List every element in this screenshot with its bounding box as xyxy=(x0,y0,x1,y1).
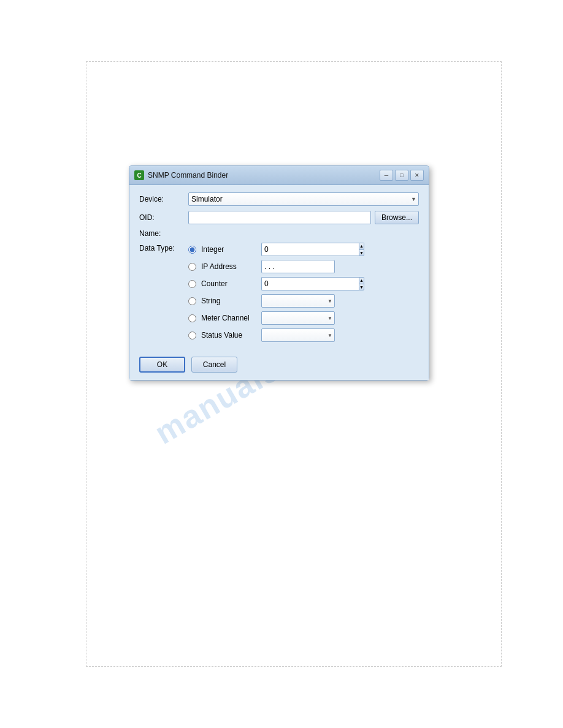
datatype-integer: Integer ▲ ▼ xyxy=(188,243,419,256)
ipaddress-radio[interactable] xyxy=(188,263,196,271)
counter-up-button[interactable]: ▲ xyxy=(359,277,364,284)
integer-label: Integer xyxy=(201,245,256,254)
counter-input[interactable] xyxy=(261,277,359,290)
dialog-titlebar: C SNMP Command Binder ─ □ ✕ xyxy=(129,166,429,185)
datatype-ipaddress: IP Address xyxy=(188,260,419,273)
device-select-wrapper: Simulator xyxy=(188,192,419,206)
meterchannel-select-wrapper xyxy=(261,311,335,325)
maximize-button[interactable]: □ xyxy=(395,170,408,181)
statusvalue-label: Status Value xyxy=(201,331,256,339)
meterchannel-label: Meter Channel xyxy=(201,314,256,322)
meterchannel-select[interactable] xyxy=(261,311,335,325)
dialog-body: Device: Simulator OID: Browse... xyxy=(129,185,429,351)
datatype-row: Data Type: Integer ▲ ▼ xyxy=(139,243,419,342)
oid-label: OID: xyxy=(139,213,188,222)
name-row: Name: xyxy=(139,229,419,238)
dialog-footer: OK Cancel xyxy=(129,351,429,380)
oid-row: OID: Browse... xyxy=(139,211,419,224)
app-icon: C xyxy=(134,170,144,180)
dialog-title: SNMP Command Binder xyxy=(148,171,228,180)
dialog-title-left: C SNMP Command Binder xyxy=(134,170,228,180)
dialog-controls: ─ □ ✕ xyxy=(380,170,424,181)
device-control: Simulator xyxy=(188,192,419,206)
name-label: Name: xyxy=(139,229,188,238)
datatype-string: String xyxy=(188,294,419,308)
datatype-label: Data Type: xyxy=(139,243,188,252)
cancel-button[interactable]: Cancel xyxy=(191,357,237,373)
integer-down-button[interactable]: ▼ xyxy=(359,249,364,257)
ipaddress-input[interactable] xyxy=(261,260,335,273)
integer-radio[interactable] xyxy=(188,246,196,254)
browse-button[interactable]: Browse... xyxy=(375,211,419,224)
string-select[interactable] xyxy=(261,294,335,308)
integer-spinner-buttons: ▲ ▼ xyxy=(359,243,364,256)
string-label: String xyxy=(201,297,256,305)
device-label: Device: xyxy=(139,195,188,203)
statusvalue-select-wrapper xyxy=(261,328,335,342)
statusvalue-select[interactable] xyxy=(261,328,335,342)
dialog: C SNMP Command Binder ─ □ ✕ Device: Simu… xyxy=(129,165,429,381)
string-radio[interactable] xyxy=(188,297,196,305)
integer-spinner: ▲ ▼ xyxy=(261,243,335,256)
device-row: Device: Simulator xyxy=(139,192,419,206)
counter-spinner: ▲ ▼ xyxy=(261,277,335,290)
datatype-counter: Counter ▲ ▼ xyxy=(188,277,419,290)
close-button[interactable]: ✕ xyxy=(410,170,424,181)
oid-control: Browse... xyxy=(188,211,419,224)
datatype-statusvalue: Status Value xyxy=(188,328,419,342)
counter-down-button[interactable]: ▼ xyxy=(359,284,364,291)
datatype-options: Integer ▲ ▼ IP Address xyxy=(188,243,419,342)
dialog-overlay: C SNMP Command Binder ─ □ ✕ Device: Simu… xyxy=(129,165,429,381)
ipaddress-label: IP Address xyxy=(201,262,256,271)
string-select-wrapper xyxy=(261,294,335,308)
oid-input[interactable] xyxy=(188,211,371,224)
meterchannel-radio[interactable] xyxy=(188,314,196,322)
counter-spinner-buttons: ▲ ▼ xyxy=(359,277,364,290)
device-select[interactable]: Simulator xyxy=(188,192,419,206)
statusvalue-radio[interactable] xyxy=(188,332,196,339)
datatype-meterchannel: Meter Channel xyxy=(188,311,419,325)
minimize-button[interactable]: ─ xyxy=(380,170,393,181)
counter-label: Counter xyxy=(201,279,256,288)
integer-up-button[interactable]: ▲ xyxy=(359,243,364,249)
counter-radio[interactable] xyxy=(188,280,196,288)
ok-button[interactable]: OK xyxy=(139,357,185,373)
integer-input[interactable] xyxy=(261,243,359,256)
